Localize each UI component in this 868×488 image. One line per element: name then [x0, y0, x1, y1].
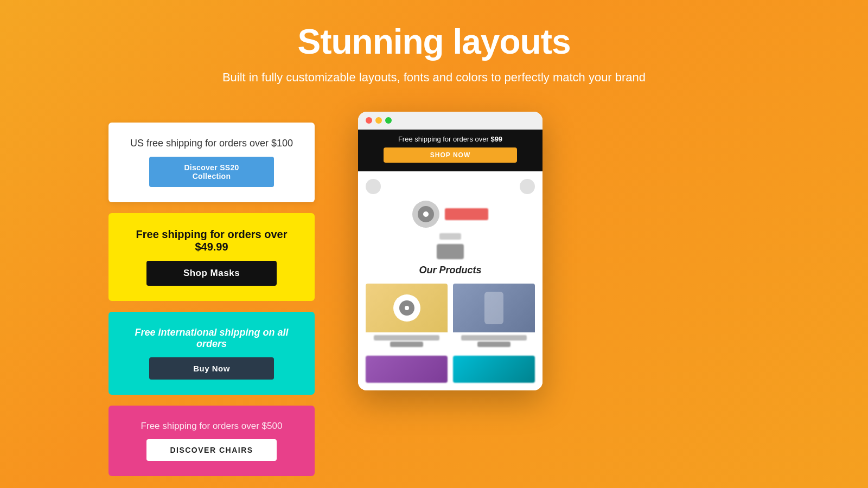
browser-dot-green — [385, 117, 392, 124]
announcement-text: Free shipping for orders over $99 — [398, 135, 502, 143]
store-logo-dot — [423, 211, 429, 217]
banner-4-button[interactable]: DISCOVER CHAIRS — [146, 439, 277, 461]
products-grid — [366, 284, 535, 350]
store-logo — [412, 201, 439, 228]
nav-bar — [437, 244, 464, 259]
search-icon[interactable] — [366, 179, 381, 194]
product-2-thumbnail — [484, 292, 503, 324]
banner-1-text: US free shipping for orders over $100 — [130, 138, 293, 149]
banner-3-button[interactable]: Buy Now — [149, 357, 274, 380]
bottom-thumbnails — [366, 356, 535, 383]
browser-dot-red — [366, 117, 372, 124]
announcement-amount: $99 — [490, 135, 502, 143]
banner-yellow: Free shipping for orders over $49.99 Sho… — [108, 213, 315, 301]
store-header-icons — [520, 179, 535, 194]
product-1-label — [374, 335, 439, 341]
thumbnail-teal — [453, 356, 535, 383]
banner-3-text: Free international shipping on all order… — [125, 327, 298, 350]
store-name — [445, 208, 488, 220]
announcement-bar: Free shipping for orders over $99 SHOP N… — [358, 130, 542, 171]
main-content: US free shipping for orders over $100 Di… — [108, 112, 760, 476]
product-2-label — [461, 335, 527, 341]
product-1-dot — [405, 306, 409, 310]
cart-icon[interactable] — [520, 179, 535, 194]
thumbnail-purple — [366, 356, 448, 383]
banner-pink: Free shipping for orders over $500 DISCO… — [108, 406, 315, 476]
store-content: Our Products — [358, 171, 542, 390]
product-image-1 — [366, 284, 448, 332]
banner-cyan: Free international shipping on all order… — [108, 312, 315, 395]
browser-mockup: Free shipping for orders over $99 SHOP N… — [358, 112, 542, 390]
products-section-title: Our Products — [366, 265, 535, 276]
banner-2-button[interactable]: Shop Masks — [146, 261, 277, 286]
banner-2-text: Free shipping for orders over $49.99 — [125, 228, 298, 253]
product-card-2[interactable] — [453, 284, 535, 350]
store-header — [366, 179, 535, 194]
store-tagline — [439, 233, 461, 240]
banner-white: US free shipping for orders over $100 Di… — [108, 123, 315, 202]
store-logo-area — [366, 201, 535, 228]
page-subtitle: Built in fully customizable layouts, fon… — [222, 70, 646, 85]
browser-titlebar — [358, 112, 542, 130]
product-1-inner — [399, 300, 414, 316]
banners-column: US free shipping for orders over $100 Di… — [108, 123, 315, 476]
product-1-thumbnail — [393, 294, 420, 322]
product-1-price — [390, 342, 423, 347]
browser-dot-yellow — [375, 117, 382, 124]
product-2-price — [477, 342, 510, 347]
product-card-1[interactable] — [366, 284, 448, 350]
store-logo-inner — [418, 206, 434, 222]
banner-4-text: Free shipping for orders over $500 — [141, 421, 283, 432]
page-title: Stunning layouts — [297, 22, 570, 62]
shop-now-button[interactable]: SHOP NOW — [384, 147, 517, 163]
banner-1-button[interactable]: Discover SS20 Collection — [149, 157, 274, 187]
product-image-2 — [453, 284, 535, 332]
